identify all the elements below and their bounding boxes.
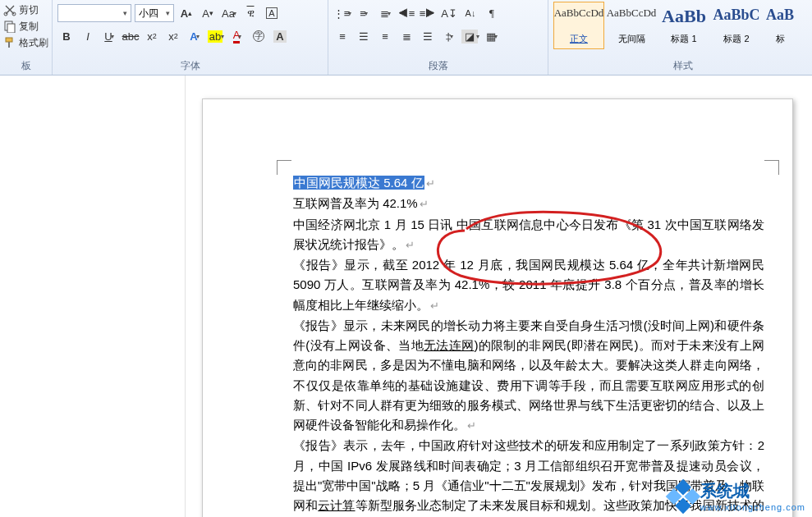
selected-text[interactable]: 中国网民规模达 5.64 亿 <box>293 176 424 190</box>
workspace: 中国网民规模达 5.64 亿↵ 互联网普及率为 42.1%↵ 中国经济网北京 1… <box>0 75 812 517</box>
cut-label: 剪切 <box>19 3 39 17</box>
margin-corner-tl <box>277 160 291 175</box>
clipboard-group-label: 板 <box>3 59 48 73</box>
underline-button[interactable]: U▾ <box>100 27 118 45</box>
strike-button[interactable]: abc <box>122 27 140 45</box>
ribbon: 剪切 复制 格式刷 板 ▾ 小四▾ A▴ A▾ Aa▾ ዊ A B I U▾ a… <box>0 0 812 75</box>
watermark-title: 系统城 <box>700 480 805 502</box>
increase-indent-button[interactable]: ≡⯈ <box>419 4 437 22</box>
para-4[interactable]: 《报告》显示，截至 2012 年 12 月底，我国网民规模达 5.64 亿，全年… <box>293 255 764 315</box>
style-normal[interactable]: AaBbCcDd 正文 <box>553 2 604 49</box>
subscript-button[interactable]: x2 <box>143 27 161 45</box>
italic-button[interactable]: I <box>79 27 97 45</box>
style-heading3[interactable]: AaB 标 <box>764 2 796 49</box>
copy-label: 复制 <box>19 20 39 34</box>
enclose-char-button[interactable]: 字 <box>250 27 268 45</box>
align-right-button[interactable]: ≡ <box>376 27 394 45</box>
svg-rect-5 <box>8 42 10 48</box>
pilcrow-icon: ↵ <box>467 419 476 432</box>
change-case-button[interactable]: Aa▾ <box>220 4 238 22</box>
phonetic-guide-button[interactable]: ዊ <box>241 4 259 22</box>
text-effects-button[interactable]: A▾ <box>186 27 204 45</box>
paragraph-group: ⋮≡▾ ≡▾ ≣▾ ⯇≡ ≡⯈ A↧ A↓ ¶ ≡ ☰ ≡ ≣ ☰ ‡▾ ◪▾ … <box>328 0 548 75</box>
style-gallery: AaBbCcDd 正文 AaBbCcDd 无间隔 AaBb 标题 1 AaBbC… <box>553 2 812 49</box>
pilcrow-icon: ↵ <box>420 198 429 210</box>
multilevel-button[interactable]: ≣▾ <box>376 4 394 22</box>
styles-group: AaBbCcDd 正文 AaBbCcDd 无间隔 AaBb 标题 1 AaBbC… <box>548 0 812 75</box>
styles-group-label: 样式 <box>553 59 812 73</box>
svg-rect-3 <box>7 24 15 33</box>
chevron-down-icon: ▾ <box>166 9 170 17</box>
font-color-button[interactable]: A▾ <box>228 27 246 45</box>
title-line[interactable]: 中国网民规模达 5.64 亿↵ <box>293 173 764 193</box>
sort-icon: A↧ <box>441 7 457 20</box>
style-heading2[interactable]: AaBbC 标题 2 <box>711 2 762 49</box>
copy-button[interactable]: 复制 <box>3 18 48 34</box>
style-heading1[interactable]: AaBb 标题 1 <box>658 2 709 49</box>
clipboard-group: 剪切 复制 格式刷 板 <box>0 0 53 75</box>
pilcrow-icon: ↵ <box>406 239 415 251</box>
line-spacing-button[interactable]: ‡▾ <box>440 27 458 45</box>
document-page[interactable]: 中国网民规模达 5.64 亿↵ 互联网普及率为 42.1%↵ 中国经济网北京 1… <box>202 98 793 517</box>
para-5[interactable]: 《报告》显示，未来网民的增长动力将主要来自受自身生活习惯(没时间上网)和硬件条件… <box>293 316 764 436</box>
paragraph-group-label: 段落 <box>333 59 543 73</box>
ltr-button[interactable]: A↧ <box>440 4 458 22</box>
cut-button[interactable]: 剪切 <box>3 2 48 18</box>
scissors-icon <box>3 3 16 16</box>
svg-rect-4 <box>6 38 12 42</box>
chevron-down-icon: ▾ <box>123 9 127 17</box>
watermark-sub: www.xitongcheng.com <box>700 502 805 512</box>
watermark-logo-icon <box>665 478 700 513</box>
brush-icon <box>3 36 16 49</box>
pilcrow-icon: ↵ <box>430 300 439 312</box>
page-area[interactable]: 中国网民规模达 5.64 亿↵ 互联网普及率为 42.1%↵ 中国经济网北京 1… <box>186 75 812 517</box>
align-left-button[interactable]: ≡ <box>333 27 351 45</box>
font-group-label: 字体 <box>57 59 323 73</box>
char-shading-button[interactable]: A <box>271 27 289 45</box>
copy-icon <box>3 20 16 33</box>
font-family-combo[interactable]: ▾ <box>57 4 131 22</box>
style-no-spacing[interactable]: AaBbCcDd 无间隔 <box>606 2 657 49</box>
decrease-indent-button[interactable]: ⯇≡ <box>397 4 415 22</box>
show-marks-button[interactable]: ¶ <box>483 4 501 22</box>
superscript-button[interactable]: x2 <box>164 27 182 45</box>
highlight-button[interactable]: ab▾ <box>207 27 225 45</box>
format-painter-button[interactable]: 格式刷 <box>3 34 48 51</box>
char-border-button[interactable]: A <box>263 4 281 22</box>
justify-button[interactable]: ≣ <box>397 27 415 45</box>
margin-corner-tr <box>764 160 779 175</box>
shrink-font-button[interactable]: A▾ <box>199 4 217 22</box>
navigation-pane <box>0 75 186 517</box>
shading-button[interactable]: ◪▾ <box>461 27 479 45</box>
subtitle-line[interactable]: 互联网普及率为 42.1%↵ <box>293 194 764 213</box>
align-center-button[interactable]: ☰ <box>355 27 373 45</box>
pilcrow-icon: ↵ <box>426 177 435 190</box>
borders-button[interactable]: ▦▾ <box>483 27 501 45</box>
watermark: 系统城 www.xitongcheng.com <box>671 480 805 512</box>
bullets-button[interactable]: ⋮≡▾ <box>333 4 351 22</box>
numbering-button[interactable]: ≡▾ <box>355 4 373 22</box>
sort-button[interactable]: A↓ <box>461 4 479 22</box>
font-group: ▾ 小四▾ A▴ A▾ Aa▾ ዊ A B I U▾ abc x2 x2 A▾ … <box>53 0 328 75</box>
font-size-combo[interactable]: 小四▾ <box>135 4 174 22</box>
bold-button[interactable]: B <box>57 27 76 45</box>
distributed-button[interactable]: ☰ <box>419 27 437 45</box>
para-3[interactable]: 中国经济网北京 1 月 15 日讯 中国互联网信息中心今日发布《第 31 次中国… <box>293 215 764 255</box>
grow-font-button[interactable]: A▴ <box>177 4 195 22</box>
format-painter-label: 格式刷 <box>19 36 48 50</box>
